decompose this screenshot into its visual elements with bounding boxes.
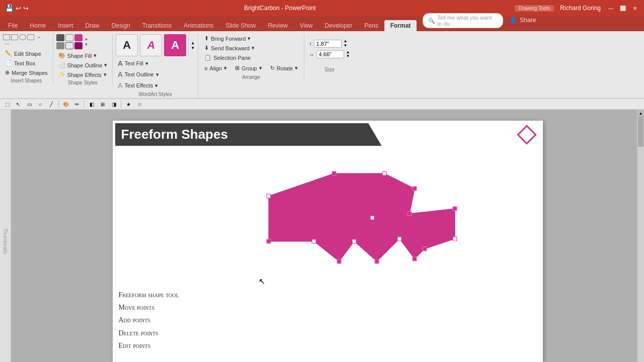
- qt-ellipse[interactable]: ○: [35, 100, 45, 109]
- svg-rect-9: [397, 237, 401, 241]
- style-expand-up[interactable]: ▲: [85, 37, 89, 41]
- tab-review[interactable]: Review: [262, 20, 293, 31]
- shape-styles-label: Shape Styles: [68, 79, 98, 86]
- style-expand-down[interactable]: ▼: [85, 42, 89, 47]
- scroll-thumb[interactable]: [638, 117, 643, 147]
- tab-animations[interactable]: Animations: [178, 20, 219, 31]
- height-down[interactable]: ▼: [346, 54, 350, 59]
- wordart-sample-2[interactable]: A: [140, 34, 162, 56]
- text-fill-button[interactable]: A Text Fill ▾: [115, 58, 151, 68]
- align-button[interactable]: ≡ Align ▾: [201, 64, 230, 72]
- wordart-down[interactable]: ▼: [191, 46, 195, 50]
- qt-align-center[interactable]: ⊞: [98, 100, 108, 109]
- text-outline-dropdown[interactable]: ▾: [156, 71, 159, 78]
- merge-shapes-button[interactable]: ⊕ Merge Shapes: [2, 68, 51, 77]
- send-backward-button[interactable]: ⬇ Send Backward ▾: [201, 44, 258, 52]
- tab-format[interactable]: Format: [384, 20, 417, 31]
- slide[interactable]: Freeform Shapes: [113, 121, 543, 362]
- width-input[interactable]: [314, 40, 342, 48]
- text-effects-dropdown[interactable]: ▾: [155, 82, 158, 89]
- qt-fill[interactable]: 🎨: [61, 100, 71, 109]
- style-dark[interactable]: [56, 34, 64, 41]
- tab-view[interactable]: View: [294, 20, 319, 31]
- shape-effects-button[interactable]: ✨ Shape Effects ▾: [55, 70, 110, 79]
- style-outline2[interactable]: [65, 42, 73, 49]
- text-item-4: Delete points: [119, 327, 179, 339]
- tab-draw[interactable]: Draw: [79, 20, 105, 31]
- freeform-shape[interactable]: [244, 168, 460, 265]
- quick-access-save[interactable]: 💾: [5, 4, 14, 12]
- drawing-tools-label: Drawing Tools: [515, 5, 554, 12]
- shape-fill-button[interactable]: 🎨 Shape Fill ▾: [55, 51, 100, 60]
- qt-cursor[interactable]: ↖: [13, 100, 23, 109]
- edit-shape-button[interactable]: ✏️ Edit Shape: [2, 49, 44, 58]
- shape-rrect[interactable]: [27, 34, 34, 40]
- group-button[interactable]: ⊞ Group ▾: [232, 64, 265, 72]
- qt-line-color[interactable]: ✏: [72, 100, 82, 109]
- qt-star[interactable]: ★: [123, 100, 133, 109]
- text-fill-icon: A: [118, 59, 122, 67]
- tab-transitions[interactable]: Transitions: [136, 20, 178, 31]
- shape-outline-dropdown[interactable]: ▾: [104, 62, 107, 68]
- share-button[interactable]: 👤: [509, 17, 517, 24]
- rotate-label: Rotate: [277, 65, 293, 71]
- wordart-sample-1[interactable]: A: [116, 34, 138, 56]
- tab-slideshow[interactable]: Slide Show: [219, 20, 262, 31]
- height-input[interactable]: [316, 50, 344, 58]
- tab-design[interactable]: Design: [105, 20, 136, 31]
- bring-forward-button[interactable]: ⬆ Bring Forward ▾: [201, 34, 254, 43]
- slide-title: Freeform Shapes: [121, 127, 228, 142]
- freeform-svg: [244, 168, 460, 264]
- slide-area[interactable]: Freeform Shapes: [11, 110, 644, 362]
- style-pink[interactable]: [74, 34, 83, 41]
- style-outline[interactable]: [65, 34, 73, 41]
- qt-align-left[interactable]: ◧: [87, 100, 97, 109]
- text-effects-button[interactable]: A Text Effects ▾: [115, 80, 161, 90]
- scroll-up[interactable]: ▲: [637, 110, 644, 117]
- text-box-button[interactable]: 📄 Text Box: [2, 59, 38, 67]
- shape-effects-dropdown[interactable]: ▾: [104, 71, 107, 78]
- qt-align-right[interactable]: ◨: [109, 100, 119, 109]
- svg-rect-13: [312, 239, 316, 243]
- qt-select[interactable]: ⬚: [2, 100, 12, 109]
- tab-pens[interactable]: Pens: [358, 20, 384, 31]
- send-backward-dropdown[interactable]: ▾: [252, 45, 255, 51]
- quick-access-undo[interactable]: ↩: [16, 5, 21, 12]
- width-down[interactable]: ▼: [344, 44, 348, 48]
- wordart-up[interactable]: ▲: [191, 41, 195, 45]
- qt-star2[interactable]: ☆: [134, 100, 144, 109]
- group-dropdown[interactable]: ▾: [259, 65, 262, 71]
- shape-fill-dropdown[interactable]: ▾: [94, 52, 97, 59]
- share-label[interactable]: Share: [520, 17, 536, 24]
- quick-access-redo[interactable]: ↪: [23, 5, 29, 12]
- rotate-button[interactable]: ↻ Rotate ▾: [267, 64, 301, 72]
- svg-rect-8: [413, 257, 417, 261]
- tab-file[interactable]: File: [2, 20, 24, 31]
- wordart-sample-3[interactable]: A: [164, 34, 186, 56]
- diamond-logo: [517, 125, 537, 145]
- tell-me-box[interactable]: 🔍 Tell me what you want to do: [423, 13, 503, 28]
- shape-outline-button[interactable]: ⬜ Shape Outline ▾: [55, 61, 111, 69]
- tab-developer[interactable]: Developer: [319, 20, 359, 31]
- height-icon: ↕: [309, 41, 312, 46]
- tab-insert[interactable]: Insert: [52, 20, 79, 31]
- shape-rect[interactable]: [11, 34, 18, 40]
- align-dropdown[interactable]: ▾: [224, 65, 227, 71]
- bring-forward-dropdown[interactable]: ▾: [248, 35, 251, 42]
- style-gray[interactable]: [56, 42, 64, 49]
- shape-more[interactable]: ⋯: [3, 41, 10, 47]
- rotate-dropdown[interactable]: ▾: [295, 65, 298, 71]
- shape-ellipse[interactable]: [19, 34, 26, 40]
- qt-line[interactable]: ╱: [46, 100, 56, 109]
- shape-line[interactable]: [3, 34, 10, 40]
- text-outline-button[interactable]: A Text Outline ▾: [115, 69, 162, 79]
- tab-home[interactable]: Home: [24, 20, 52, 31]
- selection-pane-button[interactable]: 📋 Selection Pane: [201, 53, 254, 62]
- qt-rect[interactable]: ▭: [24, 100, 34, 109]
- style-darkpink[interactable]: [74, 42, 83, 49]
- vertical-scrollbar[interactable]: ▲ ▼: [637, 110, 644, 362]
- text-fill-dropdown[interactable]: ▾: [145, 60, 148, 67]
- svg-rect-3: [413, 187, 417, 191]
- shape-arrow[interactable]: →: [35, 34, 42, 40]
- scroll-track[interactable]: [637, 117, 644, 362]
